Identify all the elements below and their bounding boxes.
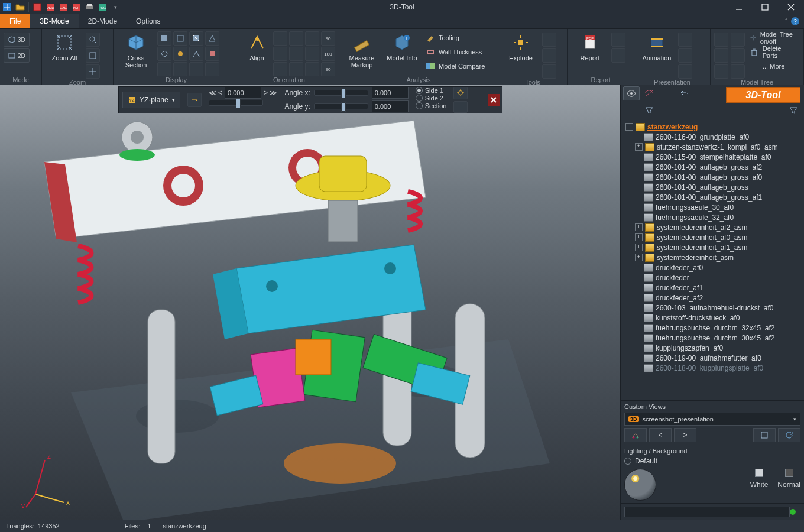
section-flip-button[interactable] (187, 93, 202, 107)
tool-extra[interactable] (542, 64, 556, 79)
tree-node[interactable]: +systemfedereinheit_af0_asm (623, 232, 802, 242)
radio-section[interactable]: Section (416, 102, 447, 109)
model-tree[interactable]: -stanzwerkzeug2600-116-00_grundplatte_af… (621, 119, 804, 400)
tree-node[interactable]: druckfeder_af0 (623, 262, 802, 273)
rot-180[interactable]: 180 (321, 47, 335, 61)
qat-dropdown-icon[interactable]: ▾ (111, 2, 120, 12)
section-extra-button[interactable] (453, 101, 468, 113)
tree-node[interactable]: 2600-116-00_grundplatte_af0 (623, 132, 802, 142)
more-button[interactable]: ... More (747, 60, 800, 73)
model-compare-button[interactable]: Model Compare (423, 60, 487, 73)
tab-2d-mode[interactable]: 2D-Mode (79, 14, 127, 28)
view-extra2[interactable] (305, 62, 319, 76)
section-position-slider[interactable] (209, 100, 263, 106)
zoom-window-button[interactable] (86, 33, 100, 47)
tree-node[interactable]: fuehrungssaeule_30_af0 (623, 202, 802, 212)
align-button[interactable]: Align (243, 31, 271, 61)
custom-view-next[interactable]: > (674, 428, 696, 442)
qat-save-icon[interactable] (33, 2, 42, 12)
explode-button[interactable]: Explode (502, 31, 540, 61)
angle-x-input[interactable] (372, 87, 409, 99)
tree-btn-1[interactable] (714, 33, 728, 47)
animation-button[interactable]: Animation (638, 31, 676, 61)
ribbon-collapse-icon[interactable]: ˆ (785, 18, 787, 25)
disp-opt-3[interactable] (189, 47, 203, 61)
tree-btn-4[interactable] (731, 33, 745, 47)
section-close-button[interactable] (488, 94, 500, 106)
zoom-fit-button[interactable] (86, 48, 100, 63)
view-back[interactable] (305, 47, 319, 61)
tree-node[interactable]: 2600-118-00_kupplungsplatte_af0 (623, 363, 802, 373)
section-pos-rewind[interactable]: ≪ < (209, 89, 222, 97)
view-right[interactable] (289, 47, 303, 61)
qat-save-3dpdf-icon[interactable]: PDF (72, 2, 81, 12)
help-icon[interactable]: ? (791, 17, 799, 25)
pres-opt-1[interactable] (678, 33, 692, 47)
cross-section-button[interactable]: Cross Section (117, 31, 155, 69)
report-opt-2[interactable] (611, 48, 625, 63)
model-tree-toggle[interactable]: Model Tree on/off (747, 31, 800, 44)
tree-btn-6[interactable] (731, 64, 745, 79)
model-info-button[interactable]: i Model Info (383, 31, 421, 61)
tree-node[interactable]: 2600-119-00_aufnahmefutter_af0 (623, 353, 802, 363)
tree-node[interactable]: +stutzen-stanzwerkz-1_kompl_af0_asm (623, 142, 802, 152)
tab-options[interactable]: Options (127, 14, 170, 28)
section-position-input[interactable] (225, 87, 261, 99)
disp-opt-2[interactable] (173, 47, 187, 61)
window-close-button[interactable] (778, 0, 804, 14)
report-opt-1[interactable] (611, 33, 625, 47)
section-plane-select[interactable]: YZ YZ-plane▾ (122, 92, 180, 108)
disp-opt-1[interactable] (157, 47, 171, 61)
tooling-button[interactable]: Tooling (423, 31, 487, 44)
mode-2d-button[interactable]: 2D (4, 48, 30, 63)
custom-view-save[interactable] (753, 428, 776, 442)
ts2-1[interactable] (623, 103, 640, 118)
tree-node[interactable]: 2600-101-00_auflageb_gross_af0 (623, 172, 802, 182)
rot-m90[interactable]: 90 (321, 62, 335, 76)
tree-node[interactable]: druckfeder (623, 273, 802, 283)
tree-node[interactable]: 2600-115-00_stempelhalteplatte_af0 (623, 152, 802, 162)
measure-markup-button[interactable]: Measure Markup (343, 31, 381, 69)
tool-placement[interactable] (542, 33, 556, 47)
section-pos-forward[interactable]: > ≫ (264, 89, 277, 97)
custom-view-home[interactable] (624, 428, 647, 442)
light-direction-sphere[interactable] (624, 469, 656, 501)
tab-file[interactable]: File (0, 14, 30, 28)
tab-3d-mode[interactable]: 3D-Mode (30, 14, 78, 28)
tree-btn-3[interactable] (714, 64, 728, 79)
tree-node[interactable]: 2600-101-00_auflageb_gross_af2 (623, 162, 802, 172)
delete-parts-button[interactable]: Delete Parts (747, 46, 800, 59)
tree-node[interactable]: kupplungszapfen_af0 (623, 343, 802, 353)
ts2-3[interactable] (659, 103, 675, 118)
angle-x-slider[interactable] (314, 90, 368, 96)
tree-node[interactable]: fuehrungssaeule_32_af0 (623, 212, 802, 222)
custom-view-reset[interactable] (778, 428, 800, 442)
radio-side2[interactable]: Side 2 (416, 95, 443, 102)
zoom-drag-button[interactable] (86, 64, 100, 79)
zoom-all-button[interactable]: Zoom All (46, 31, 83, 61)
view-bottom[interactable] (273, 62, 287, 76)
window-maximize-button[interactable] (752, 0, 778, 14)
tree-node[interactable]: kunststoff-druckstueck_af0 (623, 313, 802, 323)
mode-3d-button[interactable]: 3D (4, 33, 30, 47)
ts-eye-icon[interactable] (623, 86, 640, 100)
custom-view-select[interactable]: 3Dscreenshot_presentation ▾ (624, 413, 800, 426)
pres-opt-3[interactable] (678, 64, 692, 79)
cross-section-toolbar[interactable]: YZ YZ-plane▾ ≪ < > ≫ Angle x: Angle y: S… (118, 86, 502, 113)
tree-node[interactable]: 2600-103_aufnahmehuel-druckst_af0 (623, 303, 802, 313)
disp-opt-4[interactable] (205, 47, 219, 61)
tree-node[interactable]: +systemfedereinheit_asm (623, 252, 802, 262)
viewport-3d[interactable]: YZ YZ-plane▾ ≪ < > ≫ Angle x: Angle y: S… (0, 85, 621, 520)
tree-btn-2[interactable] (714, 48, 728, 63)
tree-node[interactable]: fuehrungsbuchse_durchm_30x45_af2 (623, 333, 802, 343)
qat-print-icon[interactable] (85, 2, 94, 12)
background-normal-check[interactable] (785, 469, 793, 477)
ts-undo-icon[interactable] (676, 86, 693, 100)
tree-node[interactable]: 2600-101-00_auflageb_gross (623, 182, 802, 192)
shade-mode-3[interactable] (189, 31, 203, 46)
tree-node[interactable]: +systemfedereinheit_af2_asm (623, 222, 802, 232)
qat-save-png-icon[interactable]: PNG (98, 2, 107, 12)
disp-opt-6[interactable] (173, 62, 187, 76)
view-extra1[interactable] (289, 62, 303, 76)
radio-side1[interactable]: Side 1 (416, 87, 443, 94)
